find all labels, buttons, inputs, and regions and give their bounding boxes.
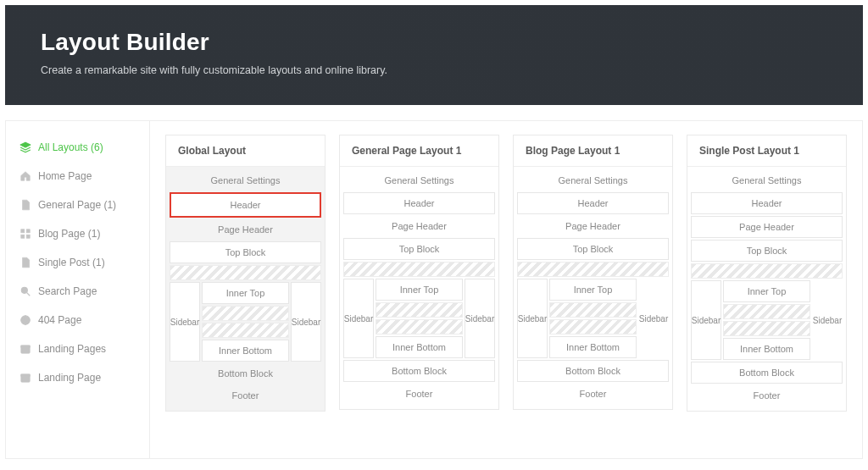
slot-bottom-block[interactable]: Bottom Block — [343, 360, 495, 382]
slot-sidebar-left[interactable]: Sidebar — [170, 282, 200, 362]
sidebar-item-landing-page[interactable]: Landing Page — [6, 363, 149, 392]
sidebar-item-all-layouts[interactable]: All Layouts (6) — [6, 133, 149, 162]
spacer-striped — [202, 323, 289, 338]
slot-general-settings[interactable]: General Settings — [517, 170, 669, 191]
sidebar-label: Blog Page (1) — [38, 228, 100, 240]
sidebar-label: Landing Page — [38, 372, 101, 384]
slot-footer[interactable]: Footer — [691, 385, 843, 406]
card-body: General Settings Header Page Header Top … — [340, 167, 498, 409]
slot-top-block[interactable]: Top Block — [517, 238, 669, 260]
sidebar-label: Landing Pages — [38, 343, 106, 355]
slot-top-block[interactable]: Top Block — [343, 238, 495, 260]
svg-rect-1 — [21, 229, 25, 233]
slot-header[interactable]: Header — [343, 192, 495, 214]
card-body: General Settings Header Page Header Top … — [687, 167, 846, 411]
slot-page-header[interactable]: Page Header — [170, 219, 321, 240]
slot-inner-bottom[interactable]: Inner Bottom — [202, 340, 289, 362]
slot-sidebar-left[interactable]: Sidebar — [517, 279, 548, 358]
spacer-striped — [376, 302, 463, 318]
calendar-icon — [19, 372, 31, 384]
sidebar-label: Home Page — [38, 170, 92, 182]
sidebar-item-landing-pages[interactable]: Landing Pages — [6, 335, 149, 363]
slot-footer[interactable]: Footer — [170, 385, 321, 406]
sidebar-item-blog-page[interactable]: Blog Page (1) — [6, 219, 149, 248]
svg-rect-9 — [21, 346, 31, 347]
page-subtitle: Create a remarkable site with fully cust… — [41, 64, 827, 76]
slot-sidebar-right[interactable]: Sidebar — [638, 279, 669, 358]
svg-rect-4 — [26, 235, 30, 238]
layout-card-general-page[interactable]: General Page Layout 1 General Settings H… — [339, 135, 499, 410]
sidebar-item-home-page[interactable]: Home Page — [6, 162, 149, 191]
slot-inner-top[interactable]: Inner Top — [549, 279, 637, 301]
slot-general-settings[interactable]: General Settings — [343, 170, 495, 191]
slot-sidebar-right[interactable]: Sidebar — [291, 282, 321, 362]
layout-card-blog-page[interactable]: Blog Page Layout 1 General Settings Head… — [513, 135, 673, 410]
spacer-striped — [723, 304, 810, 319]
sidebar-label: Search Page — [38, 285, 97, 297]
slot-bottom-block[interactable]: Bottom Block — [691, 362, 843, 384]
spacer-striped — [343, 262, 495, 277]
card-body: General Settings Header Page Header Top … — [514, 167, 672, 409]
spacer-striped — [691, 263, 843, 279]
slot-top-block[interactable]: Top Block — [691, 240, 843, 262]
slot-sidebar-right[interactable]: Sidebar — [812, 280, 843, 360]
slot-top-block[interactable]: Top Block — [170, 241, 321, 263]
svg-rect-11 — [21, 374, 31, 376]
slot-inner-top[interactable]: Inner Top — [723, 280, 810, 302]
slot-sidebar-right[interactable]: Sidebar — [465, 279, 495, 358]
sidebar-label: 404 Page — [38, 314, 81, 326]
home-icon — [19, 170, 31, 182]
slot-page-header[interactable]: Page Header — [691, 216, 843, 238]
sidebar-item-general-page[interactable]: General Page (1) — [6, 191, 149, 219]
sidebar-item-404-page[interactable]: 404 Page — [6, 306, 149, 335]
layout-card-single-post[interactable]: Single Post Layout 1 General Settings He… — [687, 135, 847, 412]
slot-header[interactable]: Header — [170, 192, 321, 218]
layout-card-global[interactable]: Global Layout General Settings Header Pa… — [165, 135, 326, 412]
page-title: Layout Builder — [41, 29, 827, 56]
slot-inner-bottom[interactable]: Inner Bottom — [549, 336, 637, 358]
card-title: Single Post Layout 1 — [687, 135, 846, 167]
sidebar-item-single-post[interactable]: Single Post (1) — [6, 248, 149, 277]
slot-bottom-block[interactable]: Bottom Block — [170, 363, 321, 384]
slot-bottom-block[interactable]: Bottom Block — [517, 360, 669, 382]
slot-inner-top[interactable]: Inner Top — [202, 282, 289, 304]
file-icon — [19, 199, 31, 211]
slot-inner-bottom[interactable]: Inner Bottom — [723, 338, 810, 360]
slot-inner-bottom[interactable]: Inner Bottom — [376, 336, 463, 358]
globe-icon — [19, 314, 31, 326]
sidebar-label: All Layouts (6) — [38, 141, 103, 153]
slot-sidebar-left[interactable]: Sidebar — [343, 279, 374, 358]
layers-icon — [19, 141, 31, 153]
svg-line-6 — [27, 293, 31, 296]
card-body: General Settings Header Page Header Top … — [166, 167, 325, 411]
calendar-icon — [19, 343, 31, 355]
svg-rect-2 — [26, 229, 30, 233]
spacer-striped — [170, 265, 321, 280]
slot-inner-top[interactable]: Inner Top — [376, 279, 463, 301]
sidebar-item-search-page[interactable]: Search Page — [6, 277, 149, 306]
slot-page-header[interactable]: Page Header — [343, 216, 495, 236]
slot-header[interactable]: Header — [517, 192, 669, 214]
spacer-striped — [549, 319, 637, 335]
slot-sidebar-left[interactable]: Sidebar — [691, 280, 721, 360]
spacer-striped — [723, 321, 810, 336]
slot-general-settings[interactable]: General Settings — [691, 170, 843, 191]
svg-point-5 — [21, 287, 27, 293]
slot-page-header[interactable]: Page Header — [517, 216, 669, 236]
svg-rect-3 — [21, 235, 25, 238]
slot-footer[interactable]: Footer — [517, 384, 669, 404]
card-title: Blog Page Layout 1 — [514, 135, 672, 167]
file-icon — [19, 257, 31, 268]
card-title: Global Layout — [166, 135, 325, 167]
card-title: General Page Layout 1 — [340, 135, 498, 167]
spacer-striped — [376, 319, 463, 335]
spacer-striped — [517, 262, 669, 277]
slot-header[interactable]: Header — [691, 192, 843, 214]
search-icon — [19, 285, 31, 297]
layout-sidebar: All Layouts (6) Home Page General Page (… — [6, 121, 150, 458]
spacer-striped — [202, 306, 289, 321]
spacer-striped — [549, 302, 637, 318]
slot-footer[interactable]: Footer — [343, 384, 495, 404]
slot-general-settings[interactable]: General Settings — [170, 170, 321, 191]
layout-grid: Global Layout General Settings Header Pa… — [150, 121, 862, 458]
